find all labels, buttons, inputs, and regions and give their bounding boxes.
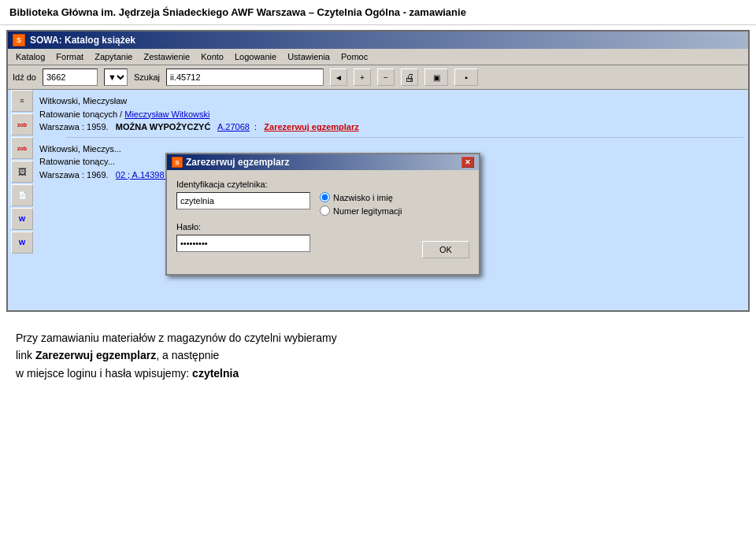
- dialog-icon: S: [172, 157, 183, 168]
- radio-nazwisko[interactable]: [320, 192, 330, 202]
- radio-legitymacja[interactable]: [320, 206, 330, 216]
- bottom-line-3-bold: czytelnia: [192, 367, 239, 380]
- menu-konto[interactable]: Konto: [196, 50, 228, 63]
- radio-legitymacja-label: Numer legitymacji: [333, 206, 402, 216]
- toolbar: Idź do ▼ Szukaj ◄ + − 🖨 ▣ ▪: [8, 65, 748, 90]
- dialog-ok-area: OK: [320, 241, 469, 258]
- menu-ustawienia[interactable]: Ustawienia: [283, 50, 335, 63]
- bottom-line-3: w miejsce loginu i hasła wpisujemy: czyt…: [16, 365, 740, 382]
- dialog-close-button[interactable]: ✕: [461, 157, 474, 168]
- plus-button[interactable]: +: [354, 69, 371, 86]
- search-label: Szukaj: [134, 72, 160, 82]
- menu-zestawienie[interactable]: Zestawienie: [139, 50, 195, 63]
- dialog-overlay: S Zarezerwuj egzemplarz ✕ Identyfikacja …: [8, 90, 748, 310]
- menu-logowanie[interactable]: Logowanie: [230, 50, 281, 63]
- menu-zapytanie[interactable]: Zapytanie: [90, 50, 137, 63]
- radio-group: Nazwisko i imię Numer legitymacji: [320, 192, 402, 216]
- bottom-line-3-text: w miejsce loginu i hasła wpisujemy:: [16, 367, 192, 380]
- dialog-ok-button[interactable]: OK: [422, 241, 469, 258]
- minus-button[interactable]: −: [377, 69, 395, 86]
- menu-format[interactable]: Format: [51, 50, 88, 63]
- dialog-title-bar: S Zarezerwuj egzemplarz ✕: [167, 154, 479, 170]
- dialog-ident-input[interactable]: [176, 192, 310, 209]
- dialog-ident-label: Identyfikacja czytelnika:: [176, 180, 469, 189]
- extra-button-1[interactable]: ▣: [424, 69, 448, 86]
- radio-item-legitymacja[interactable]: Numer legitymacji: [320, 206, 402, 216]
- dialog-body: Identyfikacja czytelnika: Nazwisko i imi…: [167, 170, 479, 274]
- radio-item-nazwisko[interactable]: Nazwisko i imię: [320, 192, 402, 202]
- prev-button[interactable]: ◄: [330, 69, 347, 86]
- bottom-line-1: Przy zamawianiu materiałów z magazynów d…: [16, 329, 740, 346]
- bottom-line-2-prefix: link: [16, 349, 35, 361]
- header-title: Biblioteka Główna im. Jędrzeja Śniadecki…: [9, 6, 466, 18]
- dialog-title-left: S Zarezerwuj egzemplarz: [172, 157, 289, 168]
- bottom-line-2-suffix: , a następnie: [156, 349, 219, 361]
- reserve-dialog: S Zarezerwuj egzemplarz ✕ Identyfikacja …: [165, 153, 480, 276]
- title-bar: S SOWA: Katalog książek: [8, 31, 748, 49]
- print-button[interactable]: 🖨: [401, 69, 418, 86]
- bottom-text-section: Przy zamawianiu materiałów z magazynów d…: [0, 317, 756, 388]
- dialog-ident-row: Nazwisko i imię Numer legitymacji: [176, 192, 469, 216]
- page-header: Biblioteka Główna im. Jędrzeja Śniadecki…: [0, 0, 756, 25]
- dialog-password-input[interactable]: [176, 235, 310, 252]
- search-input[interactable]: [166, 69, 324, 86]
- goto-dropdown[interactable]: ▼: [104, 69, 128, 86]
- content-area: ≡ zob zob 🖼 📄 W W Witkowski, Mieczysław …: [8, 90, 748, 310]
- menu-bar: Katalog Format Zapytanie Zestawienie Kon…: [8, 49, 748, 65]
- dialog-password-label: Hasło:: [176, 222, 469, 232]
- menu-pomoc[interactable]: Pomoc: [336, 50, 372, 63]
- menu-katalog[interactable]: Katalog: [11, 50, 50, 63]
- app-icon: S: [13, 34, 25, 46]
- app-window: S SOWA: Katalog książek Katalog Format Z…: [6, 30, 750, 312]
- bottom-line-2: link Zarezerwuj egzemplarz, a następnie: [16, 346, 740, 364]
- extra-button-2[interactable]: ▪: [454, 69, 478, 86]
- goto-input[interactable]: [43, 69, 98, 86]
- radio-nazwisko-label: Nazwisko i imię: [333, 193, 393, 202]
- bottom-line-2-bold: Zarezerwuj egzemplarz: [35, 349, 156, 361]
- dialog-password-row: OK: [176, 235, 469, 258]
- bottom-line-1-text: Przy zamawianiu materiałów z magazynów d…: [16, 332, 337, 344]
- goto-label: Idź do: [13, 72, 36, 82]
- app-title: SOWA: Katalog książek: [30, 35, 135, 46]
- dialog-title-text: Zarezerwuj egzemplarz: [186, 157, 289, 168]
